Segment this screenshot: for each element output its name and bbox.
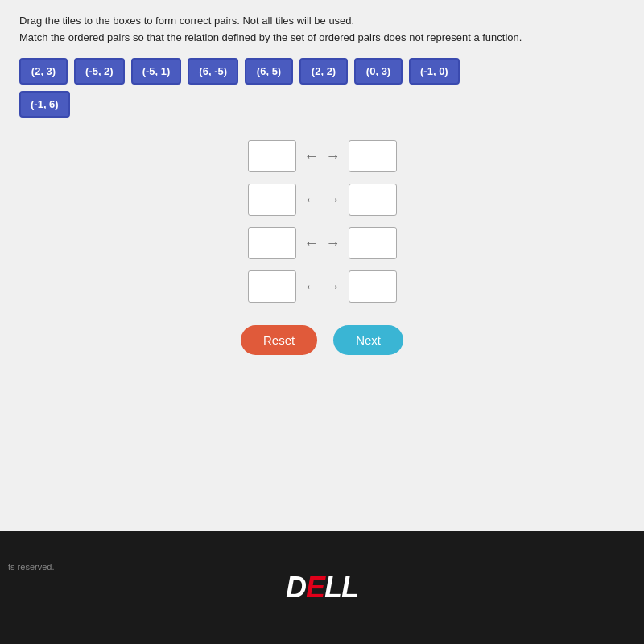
instruction-drag: Drag the tiles to the boxes to form corr…: [19, 14, 625, 27]
tile-7[interactable]: (0, 3): [354, 58, 402, 85]
pair-row-3: ← →: [248, 227, 397, 259]
pair-row-2: ← →: [248, 184, 397, 216]
pair-row-4: ← →: [248, 270, 397, 303]
tile-1[interactable]: (2, 3): [19, 58, 68, 85]
reset-button[interactable]: Reset: [241, 325, 317, 355]
dell-logo: DELL: [286, 571, 358, 605]
pair-row-1: ← →: [248, 140, 397, 172]
instruction-match: Match the ordered pairs so that the rela…: [19, 31, 625, 43]
tile-8[interactable]: (-1, 0): [409, 58, 460, 85]
arrow-1: ← →: [304, 148, 341, 165]
tile-2[interactable]: (-5, 2): [74, 58, 125, 85]
tiles-row-2: (-1, 6): [19, 91, 625, 118]
drop-box-3-right[interactable]: [349, 227, 397, 259]
buttons-row: Reset Next: [19, 325, 625, 355]
tile-4[interactable]: (6, -5): [188, 58, 238, 85]
arrow-3: ← →: [304, 235, 341, 252]
arrow-2: ← →: [304, 192, 341, 208]
copyright-text: ts reserved.: [8, 562, 54, 572]
main-screen: Drag the tiles to the boxes to form corr…: [0, 0, 644, 531]
drop-box-1-left[interactable]: [248, 140, 296, 172]
drop-box-4-right[interactable]: [349, 270, 397, 303]
tile-5[interactable]: (6, 5): [245, 58, 293, 85]
footer-bar: ts reserved. DELL: [0, 531, 644, 644]
arrow-4: ← →: [304, 279, 341, 295]
tile-6[interactable]: (2, 2): [299, 58, 348, 85]
drop-box-2-right[interactable]: [349, 184, 397, 216]
tiles-row-1: (2, 3) (-5, 2) (-5, 1) (6, -5) (6, 5) (2…: [19, 58, 625, 85]
drop-box-2-left[interactable]: [248, 184, 296, 216]
next-button[interactable]: Next: [333, 325, 403, 355]
drop-box-4-left[interactable]: [248, 270, 296, 303]
pairs-area: ← → ← → ← → ← →: [19, 140, 625, 303]
tile-9[interactable]: (-1, 6): [19, 91, 70, 118]
drop-box-3-left[interactable]: [248, 227, 296, 259]
tile-3[interactable]: (-5, 1): [131, 58, 182, 85]
drop-box-1-right[interactable]: [349, 140, 397, 172]
